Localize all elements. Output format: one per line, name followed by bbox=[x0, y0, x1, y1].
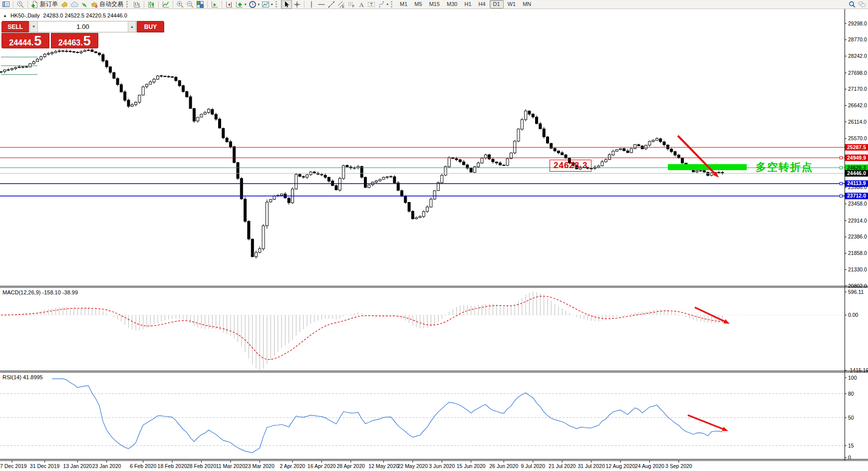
dropdown-caret-icon: ▾ bbox=[387, 2, 389, 6]
date-axis[interactable]: 17 Dec 201931 Dec 201913 Jan 202023 Jan … bbox=[0, 461, 692, 469]
svg-text:22386.0: 22386.0 bbox=[848, 234, 867, 239]
templates-icon[interactable]: ▾ bbox=[261, 0, 274, 8]
toolbar-sep bbox=[158, 1, 159, 8]
fibonacci-icon[interactable]: F bbox=[346, 0, 356, 8]
zoom-out-icon[interactable] bbox=[185, 0, 195, 8]
new-chart-icon[interactable]: ▾ bbox=[234, 0, 248, 8]
svg-text:28 Feb 2020: 28 Feb 2020 bbox=[187, 463, 216, 469]
chat-icon[interactable] bbox=[857, 0, 867, 8]
cursor-icon[interactable] bbox=[281, 0, 292, 9]
timeframe-h4[interactable]: H4 bbox=[476, 0, 489, 8]
autotrade-icon[interactable]: 自动交易 bbox=[89, 0, 125, 8]
auto-scroll-icon[interactable] bbox=[210, 0, 220, 8]
line-chart-icon[interactable] bbox=[161, 0, 171, 8]
svg-text:28770.0: 28770.0 bbox=[848, 36, 867, 42]
svg-text:27170.0: 27170.0 bbox=[848, 86, 867, 92]
macd-name: MACD(12,26,9) bbox=[2, 289, 40, 295]
trendline-icon[interactable] bbox=[326, 0, 336, 8]
svg-text:26 Jun 2020: 26 Jun 2020 bbox=[489, 463, 518, 469]
price-annotation-box[interactable]: 24628.3 bbox=[550, 160, 591, 172]
svg-text:18 Feb 2020: 18 Feb 2020 bbox=[158, 463, 187, 469]
text-icon[interactable]: A bbox=[356, 0, 366, 8]
svg-text:15: 15 bbox=[848, 443, 854, 449]
macd-panel-layer bbox=[0, 292, 845, 370]
search-icon[interactable] bbox=[847, 0, 857, 8]
toolbar: 新订单自动交易▾▾▾EFAT▾M1M5M15M30H1H4D1W1MN bbox=[0, 0, 868, 9]
tile-windows-icon[interactable] bbox=[195, 0, 205, 8]
svg-text:80: 80 bbox=[848, 391, 854, 397]
horizontal-line-icon[interactable] bbox=[316, 0, 326, 8]
zoom-in-icon[interactable] bbox=[175, 0, 185, 8]
periods-icon[interactable]: ▾ bbox=[248, 0, 261, 8]
volume-up-button[interactable]: ▲ bbox=[128, 21, 136, 32]
volume-down-button[interactable]: ▼ bbox=[30, 21, 38, 32]
candles-layer bbox=[0, 48, 724, 258]
chart-symbol-title: ▲ HK50-,Daily 24283.0 24522.5 24220.5 24… bbox=[3, 12, 127, 18]
trend-arrow-head bbox=[722, 427, 728, 431]
bar-chart-icon[interactable] bbox=[132, 0, 142, 8]
timeframe-w1[interactable]: W1 bbox=[505, 0, 519, 8]
toolbar-sep bbox=[207, 1, 208, 8]
svg-text:24628.3: 24628.3 bbox=[847, 165, 866, 171]
svg-text:31 Jul 2020: 31 Jul 2020 bbox=[578, 463, 604, 469]
timeframe-m5[interactable]: M5 bbox=[411, 0, 425, 8]
svg-text:11 Mar 2020: 11 Mar 2020 bbox=[216, 463, 245, 469]
volume-input[interactable] bbox=[38, 21, 128, 32]
svg-text:24113.9: 24113.9 bbox=[847, 180, 866, 186]
sell-price[interactable]: 24444. 5 bbox=[1, 33, 49, 48]
one-click-trade-panel: SELL ▼ ▲ BUY 24444. 5 24463. 5 bbox=[1, 21, 98, 48]
sell-price-main: 24444. bbox=[9, 39, 33, 47]
timeframe-d1[interactable]: D1 bbox=[490, 0, 504, 8]
macd-current-values: -158.10 -38.99 bbox=[42, 289, 78, 295]
trend-arrow[interactable] bbox=[695, 307, 725, 322]
sell-price-pips: 5 bbox=[34, 36, 41, 47]
annotations-layer[interactable] bbox=[668, 136, 747, 431]
toolbar-grip bbox=[391, 1, 394, 7]
svg-text:16 Apr 2020: 16 Apr 2020 bbox=[307, 463, 336, 469]
buy-price[interactable]: 24463. 5 bbox=[51, 33, 99, 48]
timeframe-mn[interactable]: MN bbox=[520, 0, 534, 8]
svg-text:T: T bbox=[370, 2, 373, 7]
text-label-icon[interactable]: T bbox=[366, 0, 376, 8]
chart-shift-icon[interactable] bbox=[224, 0, 234, 8]
price-axis[interactable]: 29298.028770.028242.027698.027170.026642… bbox=[845, 9, 868, 461]
buy-price-pips: 5 bbox=[83, 36, 91, 47]
toolbar-sep bbox=[27, 1, 28, 8]
svg-text:2 Apr 2020: 2 Apr 2020 bbox=[280, 463, 305, 469]
svg-text:21858.0: 21858.0 bbox=[848, 250, 867, 256]
svg-text:15 Jun 2020: 15 Jun 2020 bbox=[457, 463, 486, 469]
svg-text:21330.0: 21330.0 bbox=[848, 266, 867, 272]
crosshair-icon[interactable] bbox=[292, 0, 302, 8]
trend-arrow[interactable] bbox=[688, 415, 724, 429]
sell-button[interactable]: SELL bbox=[1, 21, 29, 32]
dropdown-caret-icon: ▾ bbox=[258, 2, 260, 6]
timeframe-m30[interactable]: M30 bbox=[444, 0, 460, 8]
timeframe-h1[interactable]: H1 bbox=[461, 0, 474, 8]
vertical-line-icon[interactable] bbox=[306, 0, 316, 8]
arrows-icon[interactable]: ▾ bbox=[376, 0, 390, 8]
svg-text:25570.0: 25570.0 bbox=[848, 135, 867, 141]
timeframe-m1[interactable]: M1 bbox=[397, 0, 410, 8]
market-watch-icon[interactable] bbox=[1, 0, 11, 8]
turning-point-label[interactable]: 多空转折点 bbox=[756, 160, 813, 174]
rsi-name: RSI(14) bbox=[2, 374, 21, 380]
svg-text:23 Mar 2020: 23 Mar 2020 bbox=[245, 463, 275, 469]
svg-text:24446.0: 24446.0 bbox=[847, 170, 866, 176]
data-window-icon[interactable] bbox=[15, 0, 25, 8]
svg-text:23458.0: 23458.0 bbox=[848, 201, 867, 207]
rsi-panel-layer bbox=[0, 379, 845, 453]
mql5-cloud-icon[interactable] bbox=[69, 0, 79, 8]
signals-icon[interactable] bbox=[79, 0, 89, 8]
panel-separators bbox=[0, 286, 868, 461]
svg-text:50: 50 bbox=[848, 415, 854, 421]
new-order-icon[interactable]: 新订单 bbox=[30, 0, 59, 8]
buy-button[interactable]: BUY bbox=[137, 21, 164, 32]
svg-text:25287.5: 25287.5 bbox=[847, 144, 866, 150]
svg-text:596.11: 596.11 bbox=[848, 289, 864, 295]
equidistant-channel-icon[interactable]: E bbox=[336, 0, 346, 8]
collapse-panel-icon[interactable]: ▲ bbox=[3, 13, 7, 18]
timeframe-m15[interactable]: M15 bbox=[426, 0, 443, 8]
candle-chart-icon[interactable] bbox=[146, 0, 156, 8]
styler-icon[interactable] bbox=[59, 0, 69, 8]
price-chart[interactable]: 29298.028770.028242.027698.027170.026642… bbox=[0, 0, 868, 471]
